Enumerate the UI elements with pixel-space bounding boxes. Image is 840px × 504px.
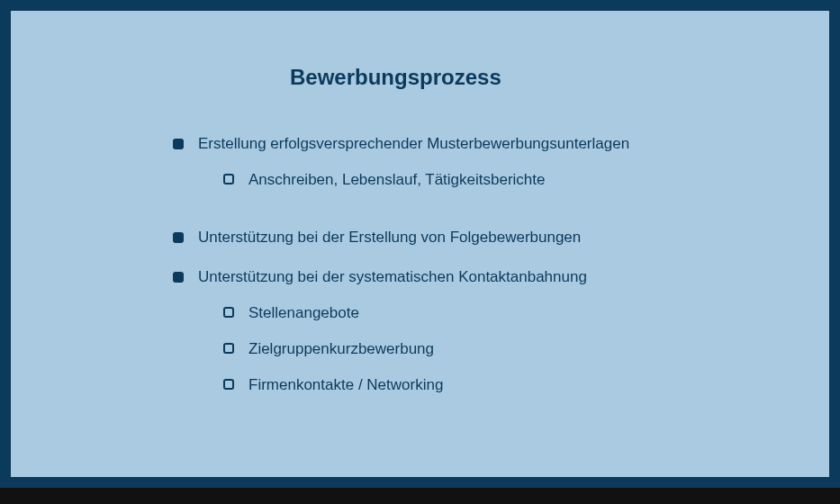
sublist-item: Firmenkontakte / Networking xyxy=(223,376,782,394)
slide-outer-frame: Bewerbungsprozess Erstellung erfolgsvers… xyxy=(0,0,840,488)
list-item-label: Erstellung erfolgsversprechender Musterb… xyxy=(198,135,629,152)
filled-square-bullet-icon xyxy=(173,139,184,149)
sublist-item: Anschreiben, Lebenslauf, Tätigkeitsberic… xyxy=(223,171,782,189)
filled-square-bullet-icon xyxy=(173,272,184,283)
list-item: Unterstützung bei der Erstellung von Fol… xyxy=(173,229,757,247)
sublist: Anschreiben, Lebenslauf, Tätigkeitsberic… xyxy=(223,171,782,189)
list-item-label: Unterstützung bei der Erstellung von Fol… xyxy=(198,229,581,246)
sublist: StellenangeboteZielgruppenkurzbewerbungF… xyxy=(223,304,782,394)
hollow-square-bullet-icon xyxy=(223,343,234,354)
filled-square-bullet-icon xyxy=(173,232,184,243)
list-item-content: Erstellung erfolgsversprechender Musterb… xyxy=(198,135,757,207)
slide-inner-panel: Bewerbungsprozess Erstellung erfolgsvers… xyxy=(11,11,829,477)
main-list: Erstellung erfolgsversprechender Musterb… xyxy=(173,135,757,412)
hollow-square-bullet-icon xyxy=(223,307,234,318)
list-item: Erstellung erfolgsversprechender Musterb… xyxy=(173,135,757,207)
sublist-item-label: Zielgruppenkurzbewerbung xyxy=(248,340,434,358)
sublist-item-label: Firmenkontakte / Networking xyxy=(248,376,443,394)
list-item-label: Unterstützung bei der systematischen Kon… xyxy=(198,268,587,285)
list-item-content: Unterstützung bei der systematischen Kon… xyxy=(198,268,757,412)
sublist-item: Stellenangebote xyxy=(223,304,782,322)
slide-title: Bewerbungsprozess xyxy=(290,65,757,90)
hollow-square-bullet-icon xyxy=(223,174,234,184)
sublist-item-label: Stellenangebote xyxy=(248,304,359,322)
list-item-content: Unterstützung bei der Erstellung von Fol… xyxy=(198,229,757,247)
sublist-item: Zielgruppenkurzbewerbung xyxy=(223,340,782,358)
hollow-square-bullet-icon xyxy=(223,379,234,390)
list-item: Unterstützung bei der systematischen Kon… xyxy=(173,268,757,412)
sublist-item-label: Anschreiben, Lebenslauf, Tätigkeitsberic… xyxy=(248,171,546,189)
